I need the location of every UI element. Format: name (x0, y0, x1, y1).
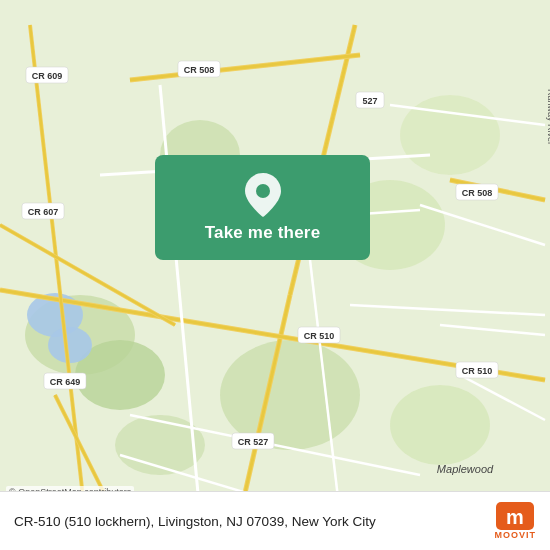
svg-text:CR 609: CR 609 (32, 71, 63, 81)
svg-text:CR 527: CR 527 (238, 437, 269, 447)
svg-text:CR 510: CR 510 (304, 331, 335, 341)
take-me-there-label: Take me there (205, 223, 321, 243)
svg-text:m: m (506, 506, 524, 528)
svg-text:Maplewood: Maplewood (437, 463, 494, 475)
svg-text:CR 607: CR 607 (28, 207, 59, 217)
svg-text:CR 508: CR 508 (462, 188, 493, 198)
svg-text:CR 649: CR 649 (50, 377, 81, 387)
svg-point-7 (390, 385, 490, 465)
moovit-icon: m (496, 502, 534, 530)
svg-line-15 (130, 55, 360, 80)
bottom-bar: CR-510 (510 lockhern), Livingston, NJ 07… (0, 491, 550, 550)
svg-line-37 (440, 325, 545, 335)
take-me-there-button[interactable]: Take me there (155, 155, 370, 260)
moovit-label: moovit (495, 530, 537, 540)
svg-text:527: 527 (362, 96, 377, 106)
svg-text:CR 510: CR 510 (462, 366, 493, 376)
svg-line-35 (350, 305, 545, 315)
svg-text:Rahway River: Rahway River (546, 89, 550, 145)
svg-point-9 (48, 327, 92, 363)
address-label: CR-510 (510 lockhern), Livingston, NJ 07… (14, 514, 483, 529)
moovit-logo: m moovit (495, 502, 537, 540)
svg-point-59 (256, 184, 270, 198)
map-roads: CR 609 CR 508 527 CR 607 CR 508 CR 510 C… (0, 0, 550, 550)
svg-text:CR 508: CR 508 (184, 65, 215, 75)
location-pin-icon (245, 173, 281, 217)
map-container: CR 609 CR 508 527 CR 607 CR 508 CR 510 C… (0, 0, 550, 550)
